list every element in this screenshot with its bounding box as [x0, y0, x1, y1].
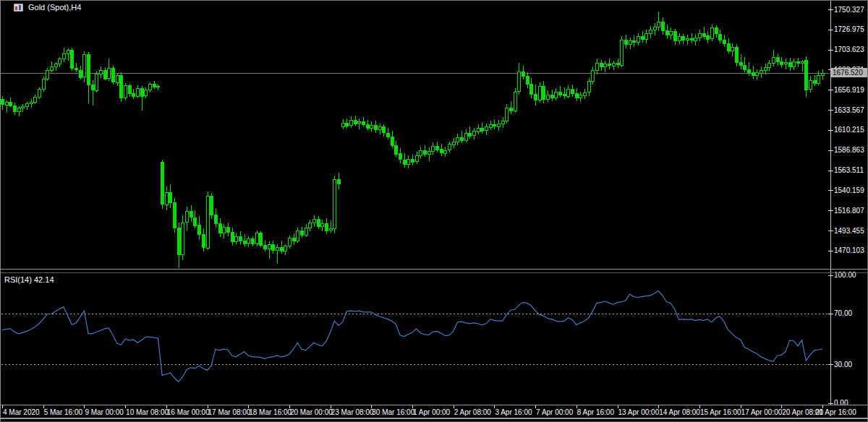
price-tick-label: 1470.103 — [834, 246, 864, 254]
price-tick-mark — [828, 90, 833, 90]
candle-bear — [743, 66, 746, 70]
candle-bear — [177, 228, 180, 255]
candle-bull — [284, 246, 286, 251]
price-tick-mark — [828, 9, 833, 10]
candle-bull — [82, 55, 85, 77]
time-tick-label: 2 Apr 08:00 — [454, 408, 491, 416]
candle-bear — [752, 73, 754, 76]
candle-bear — [616, 64, 619, 65]
candle-bull — [514, 92, 516, 111]
price-tick-mark — [828, 171, 833, 171]
time-tick-mark — [658, 405, 659, 408]
rsi-tick-label: 0.00 — [834, 399, 848, 407]
candle-bull — [472, 132, 475, 136]
candle-bull — [165, 193, 168, 205]
time-tick-label: 13 Apr 00:00 — [618, 408, 660, 416]
candle-bear — [796, 62, 799, 64]
rsi-tick-label: 30.00 — [834, 361, 852, 369]
candle-bear — [460, 138, 463, 141]
candle-bull — [21, 107, 24, 108]
candle-bear — [132, 94, 135, 97]
candle-bull — [107, 69, 110, 79]
price-tick-mark — [828, 130, 833, 131]
price-tick-label: 1726.975 — [834, 25, 864, 33]
time-tick-mark — [618, 405, 618, 408]
candle-bull — [603, 64, 606, 67]
candle-bear — [480, 129, 483, 132]
candle-bear — [156, 87, 159, 87]
candle-bear — [111, 69, 114, 82]
price-tick-label: 1586.863 — [834, 146, 864, 154]
candle-bear — [292, 238, 295, 241]
candle-bear — [718, 35, 721, 40]
candle-bull — [583, 93, 586, 96]
candle-bear — [386, 134, 389, 137]
time-tick-mark — [699, 405, 700, 408]
time-tick-mark — [535, 405, 536, 408]
candle-bear — [218, 224, 221, 233]
candle-bear — [173, 203, 176, 228]
price-tick-mark — [828, 190, 833, 191]
candle-bull — [698, 34, 701, 38]
candle-bull — [731, 48, 733, 51]
current-price-box: 1676.520 — [831, 68, 868, 77]
candle-bear — [259, 233, 262, 246]
candle-bull — [566, 90, 569, 97]
candle-bear — [202, 235, 205, 248]
candle-bull — [760, 71, 762, 74]
candle-bear — [382, 127, 385, 133]
candle-bear — [440, 150, 443, 153]
candle-bull — [99, 71, 102, 74]
candle-bear — [526, 77, 529, 85]
price-tick-mark — [828, 150, 833, 151]
candle-bear — [210, 197, 213, 215]
time-tick-mark — [166, 405, 167, 408]
candle-bear — [534, 95, 537, 100]
candle-bear — [374, 126, 377, 130]
candle-bear — [727, 44, 730, 51]
symbol-label: Gold (Spot),H4 — [14, 3, 81, 12]
window-left-border — [0, 0, 1, 422]
candle-bear — [140, 89, 143, 97]
candle-bull — [329, 229, 332, 231]
candle-bull — [296, 231, 299, 241]
candle-bull — [349, 121, 352, 126]
candle-bull — [320, 224, 323, 227]
candle-bull — [649, 30, 652, 34]
candle-bull — [784, 63, 787, 64]
candle-bear — [522, 72, 524, 77]
candle-bull — [620, 40, 623, 66]
pane-splitter[interactable] — [0, 269, 868, 270]
candle-bull — [637, 37, 639, 43]
candle-bear — [780, 62, 783, 65]
candle-bull — [419, 151, 422, 156]
candle-bear — [723, 40, 726, 44]
candle-bull — [33, 98, 36, 103]
chart-icon — [14, 4, 23, 12]
candle-bear — [575, 94, 578, 98]
candle-bear — [161, 163, 163, 204]
time-tick-mark — [43, 405, 44, 408]
candle-bear — [366, 125, 369, 129]
time-tick-mark — [781, 405, 782, 408]
candle-bull — [452, 142, 455, 145]
price-tick-mark — [828, 30, 833, 30]
candle-bear — [243, 241, 246, 244]
price-tick-mark — [828, 231, 833, 231]
chart-canvas[interactable] — [0, 0, 868, 422]
candle-bull — [591, 71, 594, 82]
candle-bear — [715, 28, 718, 34]
candle-bull — [144, 90, 147, 96]
candle-bull — [456, 138, 459, 142]
candle-bear — [776, 58, 779, 62]
candle-bull — [801, 62, 804, 64]
candle-bear — [608, 64, 610, 66]
price-tick-mark — [828, 110, 833, 111]
candle-bull — [489, 125, 492, 128]
time-tick-label: 14 Apr 08:00 — [659, 408, 700, 416]
candle-bull — [772, 58, 775, 64]
candle-bear — [423, 151, 426, 155]
candle-bull — [669, 32, 672, 35]
time-tick-label: 17 Apr 00:00 — [741, 408, 783, 416]
price-tick-label: 1563.511 — [834, 166, 864, 174]
